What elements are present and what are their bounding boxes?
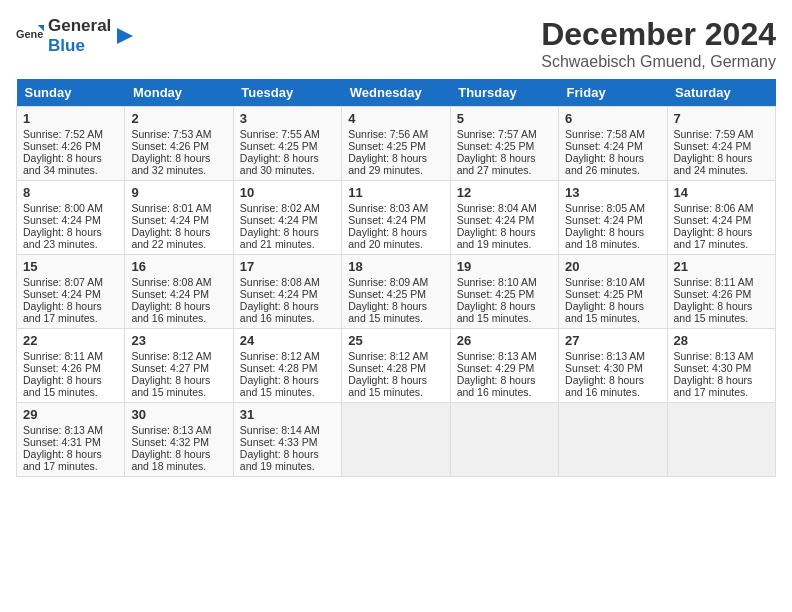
sunrise-label: Sunrise: 8:02 AM xyxy=(240,202,320,214)
sunrise-label: Sunrise: 8:12 AM xyxy=(348,350,428,362)
calendar-cell: 15 Sunrise: 8:07 AM Sunset: 4:24 PM Dayl… xyxy=(17,255,125,329)
sunrise-label: Sunrise: 8:11 AM xyxy=(23,350,103,362)
daylight-label: Daylight: 8 hours and 16 minutes. xyxy=(457,374,536,398)
header-cell-saturday: Saturday xyxy=(667,79,775,107)
sunset-label: Sunset: 4:24 PM xyxy=(131,288,209,300)
sunset-label: Sunset: 4:26 PM xyxy=(131,140,209,152)
day-number: 23 xyxy=(131,333,226,348)
day-number: 4 xyxy=(348,111,443,126)
sunset-label: Sunset: 4:25 PM xyxy=(457,288,535,300)
sunset-label: Sunset: 4:24 PM xyxy=(565,214,643,226)
sunset-label: Sunset: 4:25 PM xyxy=(348,288,426,300)
day-number: 15 xyxy=(23,259,118,274)
sunrise-label: Sunrise: 8:09 AM xyxy=(348,276,428,288)
daylight-label: Daylight: 8 hours and 17 minutes. xyxy=(23,448,102,472)
logo-icon: General xyxy=(16,22,44,50)
calendar-cell: 27 Sunrise: 8:13 AM Sunset: 4:30 PM Dayl… xyxy=(559,329,667,403)
calendar-body: 1 Sunrise: 7:52 AM Sunset: 4:26 PM Dayli… xyxy=(17,107,776,477)
calendar-cell: 10 Sunrise: 8:02 AM Sunset: 4:24 PM Dayl… xyxy=(233,181,341,255)
calendar-cell: 30 Sunrise: 8:13 AM Sunset: 4:32 PM Dayl… xyxy=(125,403,233,477)
daylight-label: Daylight: 8 hours and 34 minutes. xyxy=(23,152,102,176)
sunrise-label: Sunrise: 8:12 AM xyxy=(131,350,211,362)
sunset-label: Sunset: 4:24 PM xyxy=(457,214,535,226)
day-number: 3 xyxy=(240,111,335,126)
calendar-cell: 4 Sunrise: 7:56 AM Sunset: 4:25 PM Dayli… xyxy=(342,107,450,181)
calendar-cell: 9 Sunrise: 8:01 AM Sunset: 4:24 PM Dayli… xyxy=(125,181,233,255)
sunrise-label: Sunrise: 8:13 AM xyxy=(674,350,754,362)
daylight-label: Daylight: 8 hours and 15 minutes. xyxy=(565,300,644,324)
header-cell-sunday: Sunday xyxy=(17,79,125,107)
day-number: 9 xyxy=(131,185,226,200)
sunset-label: Sunset: 4:24 PM xyxy=(240,214,318,226)
calendar-cell: 17 Sunrise: 8:08 AM Sunset: 4:24 PM Dayl… xyxy=(233,255,341,329)
calendar-cell: 22 Sunrise: 8:11 AM Sunset: 4:26 PM Dayl… xyxy=(17,329,125,403)
calendar-cell xyxy=(450,403,558,477)
sunset-label: Sunset: 4:26 PM xyxy=(23,140,101,152)
sunrise-label: Sunrise: 8:00 AM xyxy=(23,202,103,214)
daylight-label: Daylight: 8 hours and 16 minutes. xyxy=(565,374,644,398)
sunrise-label: Sunrise: 8:03 AM xyxy=(348,202,428,214)
sunrise-label: Sunrise: 8:08 AM xyxy=(240,276,320,288)
daylight-label: Daylight: 8 hours and 22 minutes. xyxy=(131,226,210,250)
calendar-cell: 13 Sunrise: 8:05 AM Sunset: 4:24 PM Dayl… xyxy=(559,181,667,255)
calendar-cell: 14 Sunrise: 8:06 AM Sunset: 4:24 PM Dayl… xyxy=(667,181,775,255)
sunset-label: Sunset: 4:24 PM xyxy=(565,140,643,152)
day-number: 18 xyxy=(348,259,443,274)
sunset-label: Sunset: 4:24 PM xyxy=(240,288,318,300)
calendar-cell: 25 Sunrise: 8:12 AM Sunset: 4:28 PM Dayl… xyxy=(342,329,450,403)
sunset-label: Sunset: 4:25 PM xyxy=(240,140,318,152)
daylight-label: Daylight: 8 hours and 15 minutes. xyxy=(348,300,427,324)
day-number: 22 xyxy=(23,333,118,348)
day-number: 5 xyxy=(457,111,552,126)
calendar-table: SundayMondayTuesdayWednesdayThursdayFrid… xyxy=(16,79,776,477)
sunset-label: Sunset: 4:30 PM xyxy=(674,362,752,374)
day-number: 26 xyxy=(457,333,552,348)
day-number: 25 xyxy=(348,333,443,348)
calendar-cell: 2 Sunrise: 7:53 AM Sunset: 4:26 PM Dayli… xyxy=(125,107,233,181)
day-number: 8 xyxy=(23,185,118,200)
header-cell-tuesday: Tuesday xyxy=(233,79,341,107)
sunrise-label: Sunrise: 8:07 AM xyxy=(23,276,103,288)
daylight-label: Daylight: 8 hours and 19 minutes. xyxy=(240,448,319,472)
sunrise-label: Sunrise: 8:13 AM xyxy=(565,350,645,362)
calendar-cell: 11 Sunrise: 8:03 AM Sunset: 4:24 PM Dayl… xyxy=(342,181,450,255)
sunset-label: Sunset: 4:24 PM xyxy=(348,214,426,226)
sunset-label: Sunset: 4:24 PM xyxy=(674,214,752,226)
header-cell-monday: Monday xyxy=(125,79,233,107)
sunrise-label: Sunrise: 8:08 AM xyxy=(131,276,211,288)
daylight-label: Daylight: 8 hours and 30 minutes. xyxy=(240,152,319,176)
calendar-week-row: 29 Sunrise: 8:13 AM Sunset: 4:31 PM Dayl… xyxy=(17,403,776,477)
daylight-label: Daylight: 8 hours and 24 minutes. xyxy=(674,152,753,176)
day-number: 24 xyxy=(240,333,335,348)
sunrise-label: Sunrise: 8:04 AM xyxy=(457,202,537,214)
svg-marker-2 xyxy=(117,28,133,44)
daylight-label: Daylight: 8 hours and 16 minutes. xyxy=(131,300,210,324)
day-number: 2 xyxy=(131,111,226,126)
daylight-label: Daylight: 8 hours and 17 minutes. xyxy=(23,300,102,324)
calendar-cell: 26 Sunrise: 8:13 AM Sunset: 4:29 PM Dayl… xyxy=(450,329,558,403)
header-cell-thursday: Thursday xyxy=(450,79,558,107)
sunset-label: Sunset: 4:32 PM xyxy=(131,436,209,448)
calendar-cell: 23 Sunrise: 8:12 AM Sunset: 4:27 PM Dayl… xyxy=(125,329,233,403)
sunset-label: Sunset: 4:28 PM xyxy=(348,362,426,374)
daylight-label: Daylight: 8 hours and 17 minutes. xyxy=(674,374,753,398)
day-number: 14 xyxy=(674,185,769,200)
calendar-header-row: SundayMondayTuesdayWednesdayThursdayFrid… xyxy=(17,79,776,107)
logo-arrow-icon xyxy=(115,26,135,46)
sunset-label: Sunset: 4:31 PM xyxy=(23,436,101,448)
daylight-label: Daylight: 8 hours and 26 minutes. xyxy=(565,152,644,176)
day-number: 29 xyxy=(23,407,118,422)
calendar-cell xyxy=(559,403,667,477)
logo: General General Blue xyxy=(16,16,135,56)
page-title: December 2024 xyxy=(541,16,776,53)
calendar-cell: 18 Sunrise: 8:09 AM Sunset: 4:25 PM Dayl… xyxy=(342,255,450,329)
day-number: 28 xyxy=(674,333,769,348)
day-number: 10 xyxy=(240,185,335,200)
sunrise-label: Sunrise: 7:57 AM xyxy=(457,128,537,140)
daylight-label: Daylight: 8 hours and 29 minutes. xyxy=(348,152,427,176)
sunset-label: Sunset: 4:25 PM xyxy=(348,140,426,152)
sunrise-label: Sunrise: 8:12 AM xyxy=(240,350,320,362)
daylight-label: Daylight: 8 hours and 15 minutes. xyxy=(131,374,210,398)
day-number: 13 xyxy=(565,185,660,200)
daylight-label: Daylight: 8 hours and 15 minutes. xyxy=(240,374,319,398)
